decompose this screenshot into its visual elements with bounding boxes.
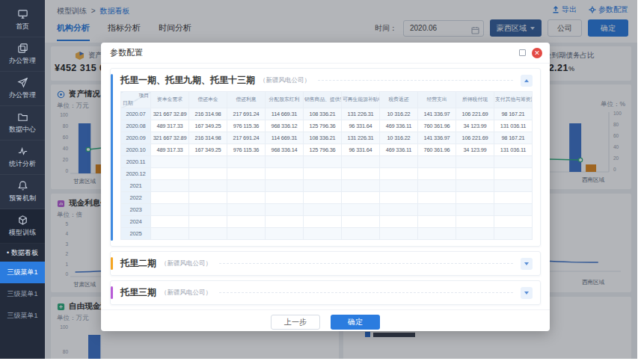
table-cell: [304, 204, 342, 216]
table-cell: [227, 192, 266, 204]
sidebar-item-statistics[interactable]: 统计分析: [0, 141, 45, 175]
row-date-cell: 2021: [121, 180, 151, 192]
table-cell: [151, 180, 189, 192]
table-cell: 216 314.98: [189, 132, 227, 144]
table-cell: [342, 180, 380, 192]
table-cell: [418, 228, 456, 240]
table-cell: [304, 168, 342, 180]
params-table: 项目 日期 资本金需求偿还本金偿还利息分配股东红利销售商品、提供劳务收到的现金可…: [120, 91, 533, 240]
table-row: 2023: [121, 204, 533, 216]
table-cell: [266, 156, 304, 168]
row-date-cell: 2025: [121, 228, 151, 240]
sidebar-item-office-1[interactable]: 办公管理: [0, 37, 45, 72]
table-cell: 131 226.31: [342, 108, 380, 120]
table-cell: [494, 216, 533, 228]
section-title: 托里二期: [120, 257, 156, 270]
sidebar-subitem-3[interactable]: 三级菜单1: [0, 305, 45, 327]
section-company: （新疆风电公司）: [161, 289, 212, 297]
table-cell: [189, 156, 227, 168]
table-cell: [456, 168, 494, 180]
table-cell: [266, 204, 304, 216]
divider: [219, 292, 513, 293]
table-cell: 96 331.64: [342, 120, 380, 132]
table-cell: 216 314.98: [189, 108, 227, 120]
table-cell: [380, 156, 418, 168]
copy-icon: [17, 43, 28, 54]
table-cell: 108 336.21: [304, 132, 342, 144]
table-cell: [456, 204, 494, 216]
table-cell: 106 221.69: [456, 108, 494, 120]
table-cell: [380, 168, 418, 180]
table-cell: 98 167.21: [494, 108, 533, 120]
submenu-label: 三级菜单1: [7, 289, 37, 299]
collapse-chevron-up-icon[interactable]: [521, 75, 533, 87]
table-row: 2020.07 321 667 32.89 216 314.98 217 691…: [121, 108, 533, 120]
table-cell: 167 349.25: [189, 120, 227, 132]
table-row: 2020.10 489 317.33 167 349.25 976 115.36…: [121, 144, 533, 156]
section-title: 托里一期、托里九期、托里十三期: [120, 74, 255, 87]
table-cell: [266, 192, 304, 204]
row-date-cell: 2022: [121, 192, 151, 204]
table-cell: 976 115.36: [227, 144, 266, 156]
table-column-header: 税费返还: [380, 92, 418, 108]
table-column-header: 所得税付现: [456, 92, 494, 108]
table-row: 2025: [121, 228, 533, 240]
sidebar-subitem-2[interactable]: 三级菜单1: [0, 283, 45, 305]
previous-step-button[interactable]: 上一步: [271, 315, 320, 330]
sidebar-item-datacenter[interactable]: 数据中心: [0, 106, 45, 141]
table-cell: 167 349.25: [189, 144, 227, 156]
table-cell: 96 331.64: [342, 144, 380, 156]
table-cell: [380, 192, 418, 204]
table-cell: [380, 180, 418, 192]
table-cell: [151, 228, 189, 240]
table-cell: 108 336.21: [304, 108, 342, 120]
table-cell: 114 669.31: [266, 132, 304, 144]
table-cell: [266, 228, 304, 240]
table-cell: [227, 216, 266, 228]
close-icon[interactable]: ✕: [532, 48, 542, 58]
submenu-parent-label: 数据看板: [11, 248, 38, 258]
modal-title: 参数配置: [110, 47, 143, 58]
expand-chevron-down-icon[interactable]: [521, 287, 533, 299]
table-cell: [456, 192, 494, 204]
table-cell: 10 316.22: [380, 132, 418, 144]
folder-icon: [17, 111, 28, 123]
sidebar-item-label: 预警机制: [9, 194, 36, 203]
expand-chevron-down-icon[interactable]: [521, 258, 533, 270]
expand-icon[interactable]: [519, 49, 526, 56]
table-cell: [189, 216, 227, 228]
table-cell: 489 317.33: [151, 144, 189, 156]
row-date-cell: 2020.08: [121, 120, 151, 132]
table-cell: [189, 180, 227, 192]
sidebar-item-office-2[interactable]: 办公管理: [0, 72, 45, 106]
sidebar-subitem-1[interactable]: 三级菜单1: [0, 262, 45, 283]
table-cell: [266, 168, 304, 180]
section-company: （新疆风电公司）: [260, 76, 310, 85]
table-cell: [151, 204, 189, 216]
modal-header: 参数配置 ✕: [101, 43, 550, 64]
sidebar-item-home[interactable]: 首页: [0, 3, 45, 37]
sidebar-item-model-training[interactable]: 模型训练: [0, 209, 45, 244]
table-cell: 34 123.99: [456, 144, 494, 156]
table-cell: 10 316.22: [380, 108, 418, 120]
table-cell: [304, 216, 342, 228]
table-cell: [304, 228, 342, 240]
modal-confirm-button[interactable]: 确定: [331, 315, 380, 330]
table-cell: [227, 180, 266, 192]
sidebar-item-data-board[interactable]: 数据看板: [0, 244, 45, 262]
table-cell: 114 669.31: [266, 108, 304, 120]
table-cell: 131 036.11: [494, 144, 533, 156]
table-column-header: 销售商品、提供劳务收到的现金: [304, 92, 342, 108]
table-cell: 217 691.24: [227, 108, 266, 120]
table-row: 2024: [121, 216, 533, 228]
table-head: 项目 日期 资本金需求偿还本金偿还利息分配股东红利销售商品、提供劳务收到的现金可…: [121, 92, 533, 108]
table-cell: [456, 216, 494, 228]
row-date-cell: 2023: [121, 204, 151, 216]
table-cell: 760 361.96: [418, 144, 456, 156]
table-cell: [418, 216, 456, 228]
table-cell: [342, 204, 380, 216]
table-column-header: 支付其他与筹资活动有关的现金: [494, 92, 533, 108]
sidebar-item-warning[interactable]: 预警机制: [0, 175, 45, 209]
table-cell: [342, 228, 380, 240]
table-cell: [418, 156, 456, 168]
